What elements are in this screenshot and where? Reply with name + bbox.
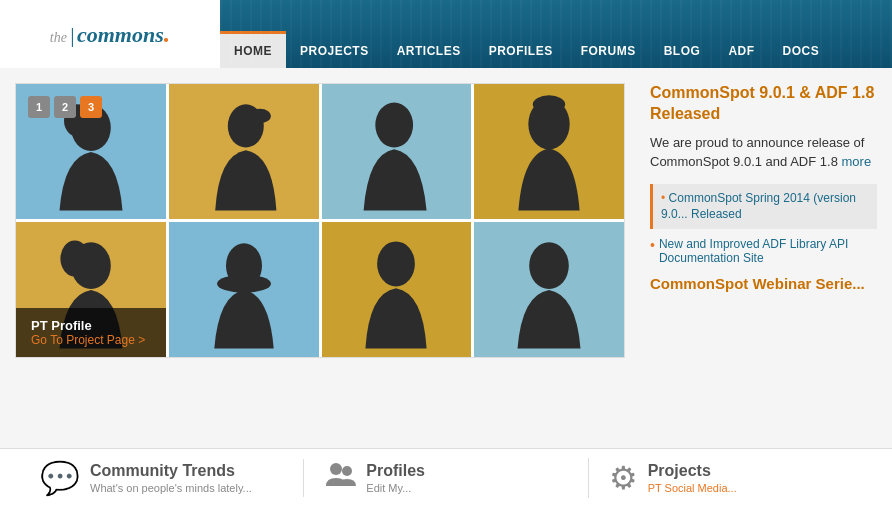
profile-cell-7 (322, 222, 472, 357)
svg-point-12 (529, 242, 569, 289)
news-item-1[interactable]: • CommonSpot Spring 2014 (version 9.0...… (650, 184, 877, 230)
svg-point-3 (249, 108, 271, 122)
profiles-label: Profiles (366, 462, 425, 480)
svg-point-11 (377, 241, 415, 286)
nav-profiles[interactable]: PROFILES (475, 31, 567, 68)
chat-icon: 💬 (40, 459, 80, 497)
news-body-prefix: We are proud to (650, 135, 747, 150)
svg-point-14 (342, 466, 352, 476)
slide-dot-2[interactable]: 2 (54, 96, 76, 118)
nav-projects[interactable]: PROJECTS (286, 31, 383, 68)
slide-dot-1[interactable]: 1 (28, 96, 50, 118)
news-body-more-link[interactable]: more (842, 154, 872, 169)
projects-sub: PT Social Media... (648, 482, 737, 494)
community-info: Community Trends What's on people's mind… (90, 462, 252, 494)
nav-docs[interactable]: DOCS (769, 31, 834, 68)
bottom-projects: ⚙ Projects PT Social Media... (589, 459, 872, 497)
slide-overlay: PT Profile Go To Project Page > (16, 308, 166, 357)
logo-commons: commons (77, 22, 164, 47)
svg-point-13 (330, 463, 342, 475)
profile-cell-2 (169, 84, 319, 219)
profiles-sub: Edit My... (366, 482, 425, 494)
bottom-community: 💬 Community Trends What's on people's mi… (20, 459, 304, 497)
logo[interactable]: the|commons. (50, 19, 170, 49)
logo-the: the (50, 30, 67, 45)
slide-dot-3[interactable]: 3 (80, 96, 102, 118)
slideshow-panel: 1 2 3 (0, 68, 640, 448)
main-content: 1 2 3 (0, 68, 892, 448)
right-panel: CommonSpot 9.0.1 & ADF 1.8 Released We a… (640, 68, 892, 448)
news-body: We are proud to announce release of Comm… (650, 133, 877, 172)
logo-area: the|commons. (0, 0, 220, 68)
news-body-suffix: CommonSpot 9.0.1 and ADF 1.8 (650, 154, 842, 169)
news-title: CommonSpot 9.0.1 & ADF 1.8 Released (650, 83, 877, 125)
project-label: PT Profile (31, 318, 151, 333)
nav-forums[interactable]: FORUMS (567, 31, 650, 68)
bottom-profiles: Profiles Edit My... (304, 458, 588, 498)
profile-cell-5: PT Profile Go To Project Page > (16, 222, 166, 357)
gear-icon: ⚙ (609, 459, 638, 497)
profile-cell-6 (169, 222, 319, 357)
main-nav: HOME PROJECTS ARTICLES PROFILES FORUMS B… (220, 0, 892, 68)
project-link[interactable]: Go To Project Page > (31, 333, 151, 347)
nav-adf[interactable]: ADF (714, 31, 768, 68)
news-item-2-link[interactable]: New and Improved ADF Library API Documen… (659, 237, 877, 265)
profile-grid: PT Profile Go To Project Page > (16, 84, 624, 357)
bullet-item-2: • New and Improved ADF Library API Docum… (650, 237, 877, 265)
news-body-highlight: announce release of (747, 135, 865, 150)
svg-point-4 (376, 102, 414, 147)
svg-point-6 (533, 95, 565, 113)
bottom-bar: 💬 Community Trends What's on people's mi… (0, 448, 892, 506)
bullet-1: • (661, 191, 669, 205)
profile-cell-8 (474, 222, 624, 357)
bullet-2-dot: • (650, 237, 655, 265)
profile-cell-3 (322, 84, 472, 219)
svg-point-8 (60, 240, 89, 276)
svg-point-10 (217, 274, 271, 292)
logo-dot: . (164, 19, 171, 48)
nav-home[interactable]: HOME (220, 31, 286, 68)
slide-indicators: 1 2 3 (28, 96, 102, 118)
profiles-info: Profiles Edit My... (366, 462, 425, 494)
projects-info: Projects PT Social Media... (648, 462, 737, 494)
nav-articles[interactable]: ARTICLES (383, 31, 475, 68)
community-sub: What's on people's minds lately... (90, 482, 252, 494)
logo-pipe: | (69, 22, 75, 47)
projects-label: Projects (648, 462, 737, 480)
slideshow-container: 1 2 3 (15, 83, 625, 358)
profile-icon (324, 458, 356, 498)
webinar-title[interactable]: CommonSpot Webinar Serie... (650, 275, 877, 292)
nav-blog[interactable]: BLOG (650, 31, 715, 68)
community-label: Community Trends (90, 462, 252, 480)
profile-cell-4 (474, 84, 624, 219)
news-item-1-text: CommonSpot Spring 2014 (version 9.0... R… (661, 191, 856, 222)
header: the|commons. HOME PROJECTS ARTICLES PROF… (0, 0, 892, 68)
